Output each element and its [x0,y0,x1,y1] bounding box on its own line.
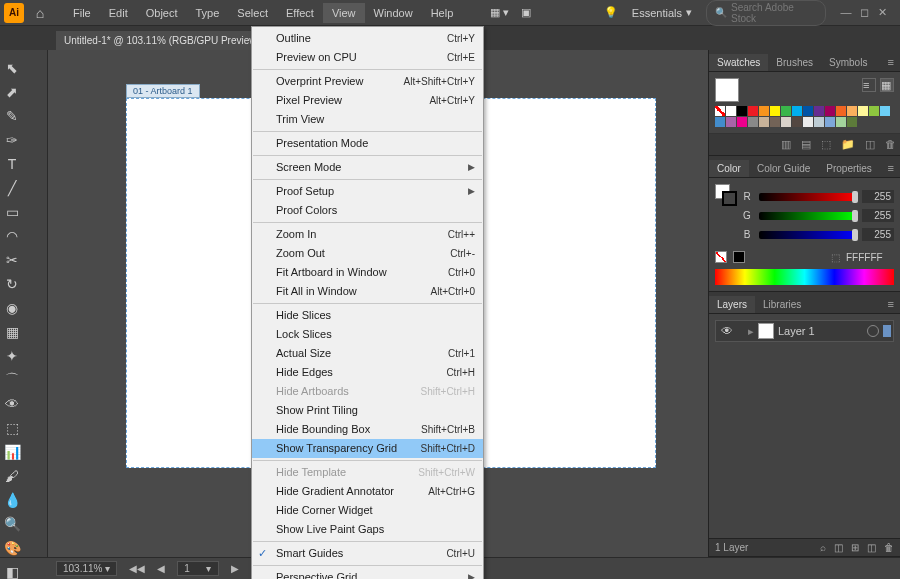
menu-item-hide-bounding-box[interactable]: Hide Bounding BoxShift+Ctrl+B [252,420,483,439]
delete-layer-icon[interactable]: 🗑 [884,542,894,553]
panel-tab-layers[interactable]: Layers [709,296,755,313]
panel-menu-icon[interactable]: ≡ [882,159,900,177]
panel-menu-icon[interactable]: ≡ [882,295,900,313]
swatch[interactable] [726,117,736,127]
menu-object[interactable]: Object [137,3,187,23]
workspace-switcher[interactable]: Essentials▾ [632,6,692,19]
menu-item-fit-all-in-window[interactable]: Fit All in WindowAlt+Ctrl+0 [252,282,483,301]
menu-select[interactable]: Select [228,3,277,23]
menu-item-hide-edges[interactable]: Hide EdgesCtrl+H [252,363,483,382]
menu-item-presentation-mode[interactable]: Presentation Mode [252,134,483,153]
artboard-nav-back[interactable]: ◀ [157,563,165,574]
panel-tab-brushes[interactable]: Brushes [768,54,821,71]
menu-item-fit-artboard-in-window[interactable]: Fit Artboard in WindowCtrl+0 [252,263,483,282]
swatch[interactable] [748,117,758,127]
swatch-none[interactable] [715,106,725,116]
swatch[interactable] [792,117,802,127]
panel-tab-color[interactable]: Color [709,160,749,177]
new-group-icon[interactable]: 📁 [841,138,855,151]
menu-item-show-transparency-grid[interactable]: Show Transparency GridShift+Ctrl+D [252,439,483,458]
swatch[interactable] [803,117,813,127]
panel-tab-symbols[interactable]: Symbols [821,54,875,71]
make-clip-icon[interactable]: ◫ [834,542,843,553]
layer-name[interactable]: Layer 1 [778,325,815,337]
menu-type[interactable]: Type [187,3,229,23]
tool-21[interactable]: ◧ [0,560,24,579]
menu-item-show-print-tiling[interactable]: Show Print Tiling [252,401,483,420]
tool-12[interactable]: ✦ [0,344,24,368]
swatch[interactable] [759,117,769,127]
tool-10[interactable]: ◉ [0,296,24,320]
color-spectrum[interactable] [715,269,894,285]
menu-item-hide-slices[interactable]: Hide Slices [252,306,483,325]
menu-item-perspective-grid[interactable]: Perspective Grid▶ [252,568,483,579]
visibility-icon[interactable]: 👁 [718,324,736,338]
panel-tab-swatches[interactable]: Swatches [709,54,768,71]
menu-edit[interactable]: Edit [100,3,137,23]
swatch-list-view-icon[interactable]: ≡ [862,78,876,92]
minimize-icon[interactable]: — [840,6,852,19]
slider-g[interactable] [759,212,856,220]
maximize-icon[interactable]: ◻ [858,6,870,19]
tool-0[interactable]: ⬉ [0,56,24,80]
tool-16[interactable]: 📊 [0,440,24,464]
menu-item-zoom-out[interactable]: Zoom OutCtrl+- [252,244,483,263]
menu-item-overprint-preview[interactable]: Overprint PreviewAlt+Shift+Ctrl+Y [252,72,483,91]
document-tab[interactable]: Untitled-1* @ 103.11% (RGB/GPU Preview) … [56,31,282,50]
tool-2[interactable]: ✎ [0,104,24,128]
swatch[interactable] [825,106,835,116]
new-sublayer-icon[interactable]: ⊞ [851,542,859,553]
tool-18[interactable]: 💧 [0,488,24,512]
menu-file[interactable]: File [64,3,100,23]
menu-window[interactable]: Window [365,3,422,23]
swatch[interactable] [814,117,824,127]
menu-item-actual-size[interactable]: Actual SizeCtrl+1 [252,344,483,363]
menu-item-show-live-paint-gaps[interactable]: Show Live Paint Gaps [252,520,483,539]
swatch-grid-view-icon[interactable]: ▦ [880,78,894,92]
arrange-docs-icon[interactable]: ▦ ▾ [490,6,509,19]
swatch[interactable] [847,106,857,116]
artboard-label[interactable]: 01 - Artboard 1 [126,84,200,98]
artboard-nav-prev[interactable]: ◀◀ [129,563,145,574]
tool-7[interactable]: ◠ [0,224,24,248]
swatch[interactable] [770,106,780,116]
menu-item-hide-corner-widget[interactable]: Hide Corner Widget [252,501,483,520]
tool-3[interactable]: ✑ [0,128,24,152]
swatch[interactable] [770,117,780,127]
menu-item-zoom-in[interactable]: Zoom InCtrl++ [252,225,483,244]
tool-19[interactable]: 🔍 [0,512,24,536]
swatch[interactable] [781,106,791,116]
layer-row[interactable]: 👁 ▸ Layer 1 [715,320,894,342]
menu-item-hide-gradient-annotator[interactable]: Hide Gradient AnnotatorAlt+Ctrl+G [252,482,483,501]
tool-15[interactable]: ⬚ [0,416,24,440]
swatch[interactable] [737,117,747,127]
swatch[interactable] [715,117,725,127]
swatch[interactable] [858,106,868,116]
new-layer-icon[interactable]: ◫ [867,542,876,553]
tool-4[interactable]: T [0,152,24,176]
tool-9[interactable]: ↻ [0,272,24,296]
locate-layer-icon[interactable]: ⌕ [820,542,826,553]
color-stroke-swatch[interactable] [722,191,737,206]
panel-tab-color-guide[interactable]: Color Guide [749,160,818,177]
menu-item-lock-slices[interactable]: Lock Slices [252,325,483,344]
swatch[interactable] [803,106,813,116]
new-swatch-icon[interactable]: ◫ [865,138,875,151]
tool-8[interactable]: ✂ [0,248,24,272]
slider-b[interactable] [759,231,856,239]
help-icon[interactable]: 💡 [604,6,618,19]
artboard-selector[interactable]: 1 ▾ [177,561,218,576]
swatch-options-icon[interactable]: ⬚ [821,138,831,151]
menu-item-preview-on-cpu[interactable]: Preview on CPUCtrl+E [252,48,483,67]
gpu-icon[interactable]: ▣ [521,6,531,19]
tool-6[interactable]: ▭ [0,200,24,224]
swatch[interactable] [814,106,824,116]
menu-effect[interactable]: Effect [277,3,323,23]
fill-swatch[interactable] [715,78,739,102]
panel-menu-icon[interactable]: ≡ [882,53,900,71]
swatch[interactable] [792,106,802,116]
menu-item-screen-mode[interactable]: Screen Mode▶ [252,158,483,177]
tool-20[interactable]: 🎨 [0,536,24,560]
none-color-icon[interactable] [715,251,727,263]
menu-item-proof-colors[interactable]: Proof Colors [252,201,483,220]
